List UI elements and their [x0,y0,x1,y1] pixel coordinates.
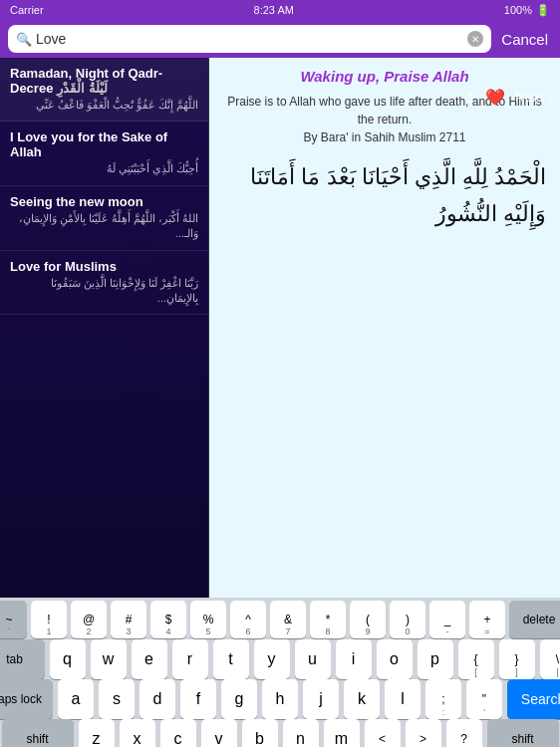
list-item[interactable]: Seeing the new moon اللهُ أَكْبَر، اللَّ… [0,186,208,251]
key-bracket-open[interactable]: {[ [458,639,494,679]
key-1[interactable]: !1 [31,601,67,638]
key-x[interactable]: x [120,719,155,748]
key-0[interactable]: )0 [390,601,425,638]
key-b[interactable]: b [242,719,278,748]
shift-right-key[interactable]: shift [487,719,559,748]
search-icon: 🔍 [16,32,32,47]
key-bracket-close[interactable]: }] [499,639,535,679]
dua-arabic-text: الْحَمْدُ لِلَّهِ الَّذِي أَحْيَانَا بَع… [223,158,546,233]
list-item[interactable]: Love for Muslims رَبَّنَا اغْفِرْ لَنَا … [0,251,208,316]
dua-detail: Waking up, Praise Allah Praise is to All… [209,58,560,598]
key-e[interactable]: e [132,639,167,679]
key-backslash[interactable]: \| [540,639,561,679]
key-equal[interactable]: += [469,601,505,638]
key-g[interactable]: g [221,679,257,719]
key-u[interactable]: u [295,639,331,679]
key-n[interactable]: n [283,719,319,748]
clear-button[interactable]: ✕ [467,31,483,47]
key-k[interactable]: k [344,679,380,719]
battery-indicator: 100% 🔋 [504,4,550,17]
key-j[interactable]: j [303,679,339,719]
cancel-button[interactable]: Cancel [497,31,552,48]
key-quote[interactable]: "' [466,679,502,719]
dua-item-arabic: رَبَّنَا اغْفِرْ لَنَا وَلِإِخْوَانِنَا … [10,276,198,307]
key-semicolon[interactable]: ;: [425,679,461,719]
key-y[interactable]: y [254,639,290,679]
heart-button[interactable]: ❤️ [485,88,505,107]
keyboard-row-asdf: caps lock a s d f g h j k l ;: "' Search [0,677,560,717]
key-a[interactable]: a [58,679,94,719]
key-z[interactable]: z [79,719,115,748]
list-item[interactable]: Ramadan, Night of Qadr-Decree لَيْلَةُ ا… [0,58,208,122]
key-comma[interactable]: <, [365,719,401,748]
share-button[interactable]: ↑ [466,87,475,108]
keyboard: ~` !1 @2 #3 $4 %5 ^6 &7 *8 (9 )0 [0,598,560,747]
dua-item-title: Love for Muslims [10,259,198,274]
dua-list: Ramadan, Night of Qadr-Decree لَيْلَةُ ا… [0,58,209,598]
key-f[interactable]: f [180,679,216,719]
key-s[interactable]: s [99,679,135,719]
tab-key[interactable]: tab [0,639,45,679]
key-3[interactable]: #3 [111,601,146,638]
time: 8:23 AM [254,4,294,16]
key-i[interactable]: i [336,639,372,679]
dua-item-arabic: اللهُ أَكْبَر، اللَّهُمَّ أَهِلَّهُ عَلَ… [10,211,198,242]
shift-left-key[interactable]: shift [2,719,74,748]
key-o[interactable]: o [377,639,413,679]
key-t[interactable]: t [213,639,249,679]
key-w[interactable]: w [91,639,127,679]
search-bar: 🔍 ✕ Cancel [0,20,560,58]
dua-item-arabic: أُحِبُّكَ الَّذِي أَحْبَبْتَنِي لَهُ [10,161,198,176]
key-tilde[interactable]: ~` [0,601,27,638]
key-d[interactable]: d [140,679,175,719]
caps-lock-key[interactable]: caps lock [0,679,53,719]
key-r[interactable]: r [172,639,208,679]
key-7[interactable]: &7 [270,601,306,638]
dua-item-title: Seeing the new moon [10,194,198,209]
search-input-wrap[interactable]: 🔍 ✕ [8,25,491,53]
key-c[interactable]: c [160,719,196,748]
search-button[interactable]: Search [507,679,560,719]
dua-item-title: Ramadan, Night of Qadr-Decree لَيْلَةُ ا… [10,66,198,96]
battery-icon: 🔋 [536,4,550,17]
key-m[interactable]: m [324,719,360,748]
key-h[interactable]: h [262,679,298,719]
dua-item-arabic: اللَّهُمَّ إِنَّكَ عَفُوٌّ تُحِبُّ الْعَ… [10,98,198,113]
key-v[interactable]: v [201,719,237,748]
keyboard-row-qwerty: tab q w e r t y u i o p {[ }] \| [0,637,560,677]
list-item[interactable]: I Love you for the Sake of Allah أُحِبُّ… [0,122,208,185]
dua-item-title: I Love you for the Sake of Allah [10,129,198,159]
search-input[interactable] [36,31,463,47]
keyboard-row-num: ~` !1 @2 #3 $4 %5 ^6 &7 *8 (9 )0 [0,598,560,637]
delete-key[interactable]: delete [509,601,560,638]
key-period[interactable]: >. [406,719,441,748]
key-minus[interactable]: _- [429,601,465,638]
key-9[interactable]: (9 [350,601,386,638]
key-4[interactable]: $4 [150,601,186,638]
carrier: Carrier [10,4,44,16]
keyboard-row-zxcv: shift z x c v b n m <, >. ?/ shift [0,717,560,747]
key-6[interactable]: ^6 [230,601,266,638]
next-button[interactable]: Next › [515,89,552,105]
key-2[interactable]: @2 [71,601,107,638]
top-nav: ↑ ❤️ Next › [466,78,560,116]
battery-pct: 100% [504,4,532,16]
key-slash[interactable]: ?/ [446,719,482,748]
main-content: Ramadan, Night of Qadr-Decree لَيْلَةُ ا… [0,58,560,598]
key-l[interactable]: l [385,679,420,719]
key-8[interactable]: *8 [310,601,346,638]
key-p[interactable]: p [418,639,453,679]
key-q[interactable]: q [50,639,86,679]
key-5[interactable]: %5 [190,601,226,638]
status-bar: Carrier 8:23 AM 100% 🔋 [0,0,560,20]
